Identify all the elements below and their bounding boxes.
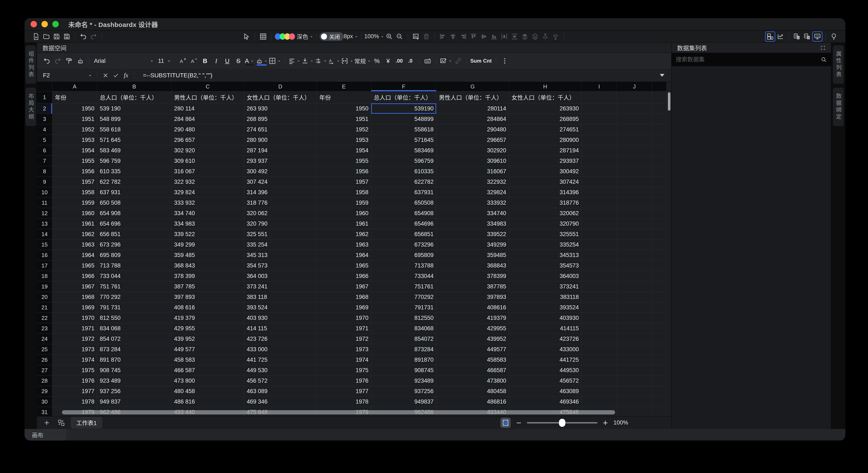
cell[interactable]: 733 044 bbox=[97, 271, 172, 282]
cell[interactable] bbox=[617, 386, 652, 396]
cell[interactable]: 293937 bbox=[509, 156, 582, 166]
cell[interactable]: 总人口（单位：千人） bbox=[371, 91, 436, 104]
cell[interactable]: 320 062 bbox=[244, 208, 317, 218]
cell[interactable]: 322 932 bbox=[172, 177, 244, 187]
cell[interactable]: 318776 bbox=[509, 198, 582, 208]
cell[interactable]: 1962 bbox=[317, 229, 371, 239]
bring-forward-button[interactable] bbox=[520, 31, 530, 42]
cell[interactable]: 439952 bbox=[436, 334, 509, 344]
chart-mode-button[interactable] bbox=[775, 31, 785, 42]
column-header-B[interactable]: B bbox=[97, 82, 172, 91]
increase-font-button[interactable] bbox=[178, 56, 188, 66]
cell[interactable]: 280900 bbox=[509, 135, 582, 145]
cell[interactable]: 891870 bbox=[371, 355, 436, 365]
cell[interactable]: 383 118 bbox=[244, 292, 317, 302]
data-validation-button[interactable] bbox=[423, 56, 433, 66]
cell[interactable]: 1955 bbox=[317, 156, 371, 166]
cell[interactable]: 1967 bbox=[52, 282, 97, 292]
cell[interactable]: 1973 bbox=[52, 344, 97, 355]
row-header-6[interactable]: 6 bbox=[37, 145, 52, 156]
cell[interactable]: 610 335 bbox=[97, 166, 172, 177]
cell[interactable]: 320790 bbox=[509, 218, 582, 229]
cell[interactable] bbox=[617, 166, 652, 177]
bring-to-front-button[interactable] bbox=[540, 31, 550, 42]
cell[interactable]: 1967 bbox=[317, 282, 371, 292]
cell[interactable]: 873284 bbox=[371, 344, 436, 355]
zoom-slider-thumb[interactable] bbox=[559, 419, 565, 427]
decrease-font-button[interactable] bbox=[189, 56, 199, 66]
cell[interactable]: 1972 bbox=[52, 334, 97, 344]
cell[interactable]: 322932 bbox=[436, 177, 509, 187]
cell[interactable]: 439 952 bbox=[172, 334, 244, 344]
cell[interactable]: 1966 bbox=[317, 271, 371, 282]
cell[interactable] bbox=[617, 239, 652, 250]
undo-button[interactable] bbox=[42, 56, 52, 66]
cell[interactable]: 1960 bbox=[52, 208, 97, 218]
cell[interactable] bbox=[617, 355, 652, 365]
cell[interactable] bbox=[617, 407, 652, 416]
cell[interactable]: 480458 bbox=[436, 386, 509, 396]
cell[interactable] bbox=[617, 218, 652, 229]
cell[interactable]: 558618 bbox=[371, 124, 436, 135]
cell[interactable]: 414 115 bbox=[244, 323, 317, 334]
percent-format-button[interactable]: % bbox=[372, 56, 382, 66]
row-header-13[interactable]: 13 bbox=[37, 218, 52, 229]
zoom-out-button[interactable] bbox=[395, 31, 405, 42]
merge-cells-button[interactable] bbox=[341, 56, 353, 66]
cell[interactable] bbox=[582, 250, 617, 260]
undo-button[interactable] bbox=[78, 31, 88, 42]
cell[interactable]: 397 893 bbox=[172, 292, 244, 302]
cell[interactable]: 458 583 bbox=[172, 355, 244, 365]
vertical-scrollbar[interactable] bbox=[668, 92, 671, 111]
cell[interactable]: 433 000 bbox=[244, 344, 317, 355]
column-header-D[interactable]: D bbox=[244, 82, 317, 91]
cell[interactable]: 449 530 bbox=[244, 365, 317, 376]
cell[interactable]: 873 284 bbox=[97, 344, 172, 355]
cell[interactable]: 274651 bbox=[509, 124, 582, 135]
row-header-21[interactable]: 21 bbox=[37, 302, 52, 313]
cell[interactable]: 397893 bbox=[436, 292, 509, 302]
cell[interactable]: 314396 bbox=[509, 187, 582, 198]
cell[interactable]: 349 299 bbox=[172, 239, 244, 250]
cell[interactable] bbox=[582, 91, 617, 104]
os-theme-button[interactable] bbox=[812, 31, 823, 42]
row-header-24[interactable]: 24 bbox=[37, 334, 52, 344]
more-options-button[interactable] bbox=[500, 56, 510, 66]
cell[interactable] bbox=[617, 250, 652, 260]
cell[interactable]: 1965 bbox=[317, 260, 371, 271]
cell[interactable]: 449 577 bbox=[172, 344, 244, 355]
cell[interactable]: 456572 bbox=[509, 376, 582, 386]
cell[interactable] bbox=[582, 323, 617, 334]
cell[interactable]: 1974 bbox=[52, 355, 97, 365]
tab-property-list[interactable]: 属性列表 bbox=[833, 45, 844, 84]
cell[interactable]: 1970 bbox=[52, 313, 97, 323]
cell[interactable]: 1976 bbox=[52, 376, 97, 386]
cell[interactable]: 296 657 bbox=[172, 135, 244, 145]
expand-panel-icon[interactable] bbox=[820, 45, 826, 51]
cell[interactable]: 1956 bbox=[317, 166, 371, 177]
cell[interactable]: 1953 bbox=[52, 135, 97, 145]
cell[interactable]: 364003 bbox=[509, 271, 582, 282]
cell[interactable]: 349299 bbox=[436, 239, 509, 250]
cell[interactable]: 368843 bbox=[436, 260, 509, 271]
zoom-out-minus[interactable]: − bbox=[516, 418, 521, 427]
cell[interactable]: 1971 bbox=[52, 323, 97, 334]
grid-view-button[interactable] bbox=[258, 31, 268, 42]
row-header-14[interactable]: 14 bbox=[37, 229, 52, 239]
cell[interactable]: 274 651 bbox=[244, 124, 317, 135]
row-header-22[interactable]: 22 bbox=[37, 313, 52, 323]
cell[interactable]: 1950 bbox=[317, 104, 371, 114]
cell[interactable]: 1957 bbox=[317, 177, 371, 187]
cell[interactable]: 637931 bbox=[371, 187, 436, 198]
cell[interactable]: 393524 bbox=[509, 302, 582, 313]
cell[interactable]: 1959 bbox=[52, 198, 97, 208]
cell[interactable]: 1953 bbox=[317, 135, 371, 145]
row-header-11[interactable]: 11 bbox=[37, 198, 52, 208]
cell[interactable]: 378399 bbox=[436, 271, 509, 282]
cell[interactable] bbox=[582, 386, 617, 396]
cell[interactable]: 334740 bbox=[436, 208, 509, 218]
cell[interactable]: 1973 bbox=[317, 344, 371, 355]
cell[interactable]: 307 424 bbox=[244, 177, 317, 187]
cell[interactable]: 1952 bbox=[52, 124, 97, 135]
cell[interactable]: 429 955 bbox=[172, 323, 244, 334]
